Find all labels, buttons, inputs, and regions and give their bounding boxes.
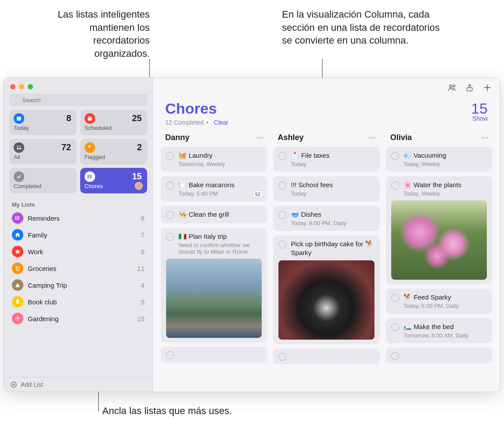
clear-button[interactable]: Clear: [214, 119, 228, 126]
minimize-window-button[interactable]: [19, 84, 24, 89]
reminder-card[interactable]: 🥣 DishesToday, 8:00 PM, Daily: [273, 206, 379, 231]
home-icon: [12, 229, 23, 241]
reminder-card[interactable]: 💨 VacuumingToday, Weekly: [386, 147, 492, 172]
tray-icon: [14, 142, 24, 153]
mylist-count: 5: [141, 248, 145, 255]
smart-chores[interactable]: 15 Chores: [80, 168, 148, 193]
column-more-button[interactable]: ···: [256, 134, 263, 142]
reminder-title: 🐕 Feed Sparky: [404, 293, 451, 302]
svg-point-11: [88, 178, 88, 178]
mylist-row[interactable]: Camping Trip4: [7, 277, 150, 293]
reminder-title: 👨‍🍳 Clean the grill: [178, 210, 229, 219]
reminder-subtitle: Today: [291, 190, 374, 197]
smart-today[interactable]: 8 Today: [9, 110, 77, 135]
complete-toggle[interactable]: [166, 152, 174, 160]
complete-toggle[interactable]: [278, 211, 286, 219]
column-view: Danny···🧺 LaundryTomorrow, Weekly🍽️ Bake…: [153, 130, 500, 392]
smart-completed[interactable]: Completed: [9, 168, 77, 193]
complete-toggle[interactable]: [391, 152, 399, 160]
complete-toggle[interactable]: [278, 181, 286, 189]
reminder-title: 🌸 Water the plants: [404, 181, 462, 189]
shared-avatar-icon: [135, 182, 143, 190]
svg-point-18: [16, 270, 17, 271]
smart-label: Chores: [85, 183, 143, 189]
flag-icon: [85, 142, 95, 153]
complete-toggle[interactable]: [278, 241, 286, 248]
plus-circle-icon: [10, 381, 17, 388]
column-more-button[interactable]: ···: [369, 134, 376, 142]
new-reminder-button[interactable]: [482, 83, 492, 93]
smart-count: 2: [137, 142, 142, 152]
mylist-count: 5: [141, 298, 145, 306]
reminder-card[interactable]: !!! School feesToday: [273, 176, 379, 201]
svg-point-19: [19, 270, 19, 271]
complete-toggle[interactable]: [278, 353, 286, 361]
mylists: Reminders6Family7Work5Groceries11Camping…: [4, 210, 152, 377]
complete-toggle[interactable]: [166, 233, 174, 241]
mylist-count: 4: [141, 281, 145, 289]
smart-label: Completed: [14, 183, 72, 189]
column: Ashley···📩 File taxesToday!!! School fee…: [273, 130, 379, 387]
complete-toggle[interactable]: [391, 323, 399, 331]
reminder-card[interactable]: 👨‍🍳 Clean the grill: [161, 206, 267, 223]
new-reminder-placeholder[interactable]: [161, 347, 267, 363]
mylist-name: Groceries: [28, 265, 56, 272]
smart-lists: 8 Today 25 Scheduled 72 All: [4, 110, 152, 197]
reminder-card[interactable]: 🍽️ Bake macaronsToday, 5:40 PM52: [161, 176, 267, 201]
complete-toggle[interactable]: [278, 152, 286, 160]
column: Olivia···💨 VacuumingToday, Weekly🌸 Water…: [386, 130, 492, 387]
close-window-button[interactable]: [10, 84, 15, 89]
complete-toggle[interactable]: [166, 181, 174, 189]
zoom-window-button[interactable]: [28, 84, 33, 89]
smart-scheduled[interactable]: 25 Scheduled: [80, 110, 148, 135]
mylist-row[interactable]: Reminders6: [7, 210, 150, 226]
add-list-button[interactable]: Add List: [4, 377, 152, 392]
new-reminder-placeholder[interactable]: [273, 348, 379, 364]
show-button[interactable]: Show: [472, 115, 488, 122]
reminder-image: [166, 259, 262, 338]
reminder-card[interactable]: 📩 File taxesToday: [273, 147, 379, 172]
reminder-title: 💨 Vacuuming: [404, 151, 446, 160]
new-reminder-placeholder[interactable]: [386, 348, 492, 363]
column: Danny···🧺 LaundryTomorrow, Weekly🍽️ Bake…: [161, 130, 267, 387]
complete-toggle[interactable]: [391, 181, 399, 189]
complete-toggle[interactable]: [391, 352, 399, 360]
reminder-card[interactable]: 🐕 Feed SparkyToday, 5:00 PM, Daily: [386, 289, 492, 314]
smart-flagged[interactable]: 2 Flagged: [80, 139, 148, 164]
column-more-button[interactable]: ···: [482, 134, 489, 142]
collaborate-button[interactable]: [447, 83, 457, 93]
callout-top-right: En la visualización Columna, cada secció…: [282, 8, 441, 47]
list-icon: [12, 212, 23, 224]
mylist-row[interactable]: Groceries11: [7, 260, 150, 277]
mylist-row[interactable]: Gardening15: [7, 310, 150, 327]
reminder-card[interactable]: 🧺 LaundryTomorrow, Weekly: [161, 147, 267, 172]
complete-toggle[interactable]: [166, 351, 174, 359]
list-header: Chores 15: [153, 97, 500, 119]
mylist-name: Family: [28, 231, 47, 239]
mylist-row[interactable]: Work5: [7, 243, 150, 260]
add-list-label: Add List: [21, 381, 43, 388]
reminder-title: 🇮🇹 Plan Italy trip: [178, 232, 227, 241]
mylist-row[interactable]: Family7: [7, 226, 150, 243]
reminder-subtitle: Today: [291, 161, 374, 167]
smart-count: 25: [132, 113, 142, 123]
column-header: Olivia···: [386, 130, 492, 147]
reminder-card[interactable]: 🛏️ Make the bedTomorrow, 8:00 AM, Daily: [386, 318, 492, 343]
svg-point-23: [15, 318, 16, 319]
share-button[interactable]: [465, 83, 474, 93]
smart-all[interactable]: 72 All: [9, 139, 77, 164]
reminder-card[interactable]: 🇮🇹 Plan Italy tripNeed to confirm whethe…: [161, 228, 267, 342]
completed-text: 12 Completed: [165, 119, 204, 126]
svg-point-21: [17, 316, 19, 317]
reminder-title: !!! School fees: [291, 181, 333, 189]
search-input[interactable]: [9, 94, 147, 106]
subheader: 12 Completed • Clear: [153, 119, 500, 130]
svg-point-10: [88, 176, 88, 177]
complete-toggle[interactable]: [166, 211, 174, 219]
reminder-card[interactable]: 🌸 Water the plantsToday, Weekly: [386, 176, 492, 284]
star-icon: [12, 246, 23, 257]
reminder-title: 📩 File taxes: [291, 151, 329, 160]
mylist-row[interactable]: Book club5: [7, 293, 150, 310]
complete-toggle[interactable]: [391, 294, 399, 302]
reminder-card[interactable]: Pick up birthday cake for 🐕 Sparky: [273, 235, 379, 344]
